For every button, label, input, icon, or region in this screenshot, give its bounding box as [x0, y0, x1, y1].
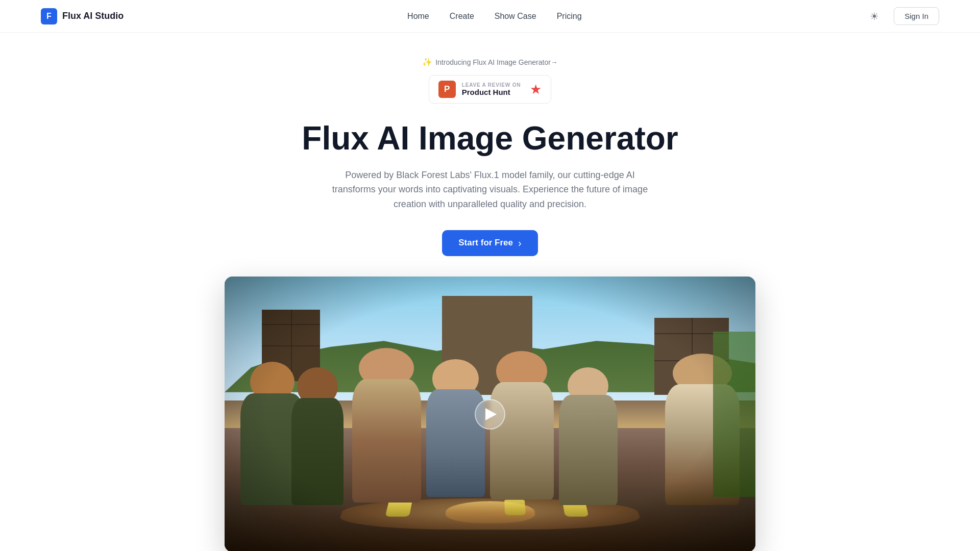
brand-name: Flux AI Studio — [62, 11, 124, 21]
cta-arrow-icon: › — [518, 237, 522, 249]
person-2 — [288, 367, 347, 505]
person-3 — [352, 348, 421, 502]
person-6 — [559, 367, 617, 505]
navbar: F Flux AI Studio Home Create Show Case P… — [0, 0, 980, 33]
sun-icon: ☀ — [870, 10, 879, 22]
intro-banner: ✨ Introducing Flux AI Image Generator→ — [422, 57, 558, 67]
hero-subtitle: Powered by Black Forest Labs' Flux.1 mod… — [327, 168, 653, 212]
sparkle-icon: ✨ — [422, 57, 432, 67]
nav-item-home[interactable]: Home — [407, 12, 429, 21]
nav-item-pricing[interactable]: Pricing — [557, 12, 582, 21]
intro-link[interactable]: Introducing Flux AI Image Generator→ — [435, 58, 558, 66]
start-for-free-button[interactable]: Start for Free › — [442, 230, 537, 256]
logo-letter: F — [46, 12, 52, 21]
ph-text: LEAVE A REVIEW ON Product Hunt — [462, 82, 521, 96]
hero-video-container — [225, 277, 755, 551]
nav-item-create[interactable]: Create — [450, 12, 474, 21]
ph-name: Product Hunt — [462, 88, 510, 96]
nav-link-create[interactable]: Create — [450, 12, 474, 20]
logo-icon: F — [41, 8, 57, 24]
hero-title: Flux AI Image Generator — [302, 120, 678, 158]
person-4 — [426, 359, 484, 497]
beer-mug-3 — [504, 500, 526, 515]
ivy-right — [713, 332, 755, 497]
video-placeholder — [225, 277, 755, 551]
play-triangle-icon — [485, 408, 497, 420]
ph-letter: P — [444, 84, 450, 94]
product-hunt-badge[interactable]: P LEAVE A REVIEW ON Product Hunt ★ — [429, 75, 551, 104]
ph-icon: P — [438, 81, 456, 98]
nav-links: Home Create Show Case Pricing — [407, 12, 581, 21]
play-button[interactable] — [475, 399, 505, 430]
nav-link-showcase[interactable]: Show Case — [495, 12, 536, 20]
ph-leave-label: LEAVE A REVIEW ON — [462, 82, 521, 88]
cta-label: Start for Free — [458, 238, 513, 248]
nav-link-pricing[interactable]: Pricing — [557, 12, 582, 20]
nav-link-home[interactable]: Home — [407, 12, 429, 20]
ph-star-icon: ★ — [530, 82, 542, 97]
nav-right: ☀ Sign In — [865, 7, 939, 26]
nav-item-showcase[interactable]: Show Case — [495, 12, 536, 21]
hero-section: ✨ Introducing Flux AI Image Generator→ P… — [0, 33, 980, 551]
sign-in-button[interactable]: Sign In — [894, 7, 939, 25]
logo-link[interactable]: F Flux AI Studio — [41, 8, 124, 24]
theme-toggle-button[interactable]: ☀ — [865, 7, 884, 26]
